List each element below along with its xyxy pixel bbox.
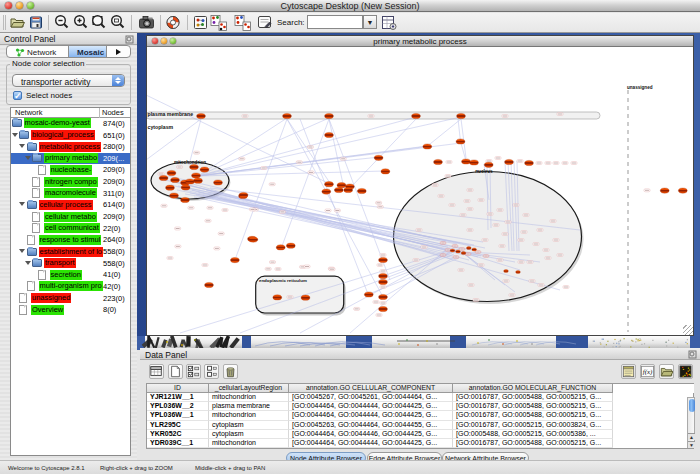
svg-text:plasma membrane: plasma membrane [148, 111, 194, 117]
svg-text:f(x): f(x) [643, 368, 653, 376]
svg-text:unassigned: unassigned [627, 85, 653, 90]
svg-text:cytoplasm: cytoplasm [148, 124, 174, 130]
svg-text:mitochondrion: mitochondrion [174, 160, 206, 165]
svg-text:nucleus: nucleus [475, 169, 493, 174]
svg-text:endoplasmic reticulum: endoplasmic reticulum [259, 278, 307, 283]
